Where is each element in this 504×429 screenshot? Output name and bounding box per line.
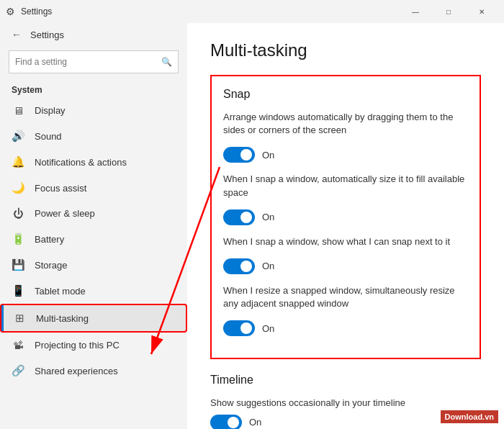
app-container: ← Settings 🔍 System 🖥 Display 🔊 Sound 🔔 … (0, 23, 504, 429)
search-box[interactable]: 🔍 (9, 50, 179, 73)
sidebar-item-label: Multi-tasking (36, 313, 89, 324)
sidebar-item-focus[interactable]: 🌙 Focus assist (0, 175, 187, 201)
sidebar-item-multitasking[interactable]: ⊞ Multi-tasking (0, 304, 187, 333)
sidebar-item-tablet[interactable]: 📱 Tablet mode (0, 278, 187, 304)
page-title: Multi-tasking (210, 40, 481, 60)
snap-toggle-1-label: On (262, 150, 274, 161)
titlebar: ⚙ Settings — □ ✕ (0, 0, 504, 23)
sidebar-item-storage[interactable]: 💾 Storage (0, 252, 187, 278)
titlebar-title: Settings (21, 6, 52, 17)
search-icon: 🔍 (161, 57, 172, 67)
display-icon: 🖥 (12, 104, 24, 117)
power-icon: ⏻ (12, 207, 24, 220)
sidebar-item-sound[interactable]: 🔊 Sound (0, 123, 187, 149)
sidebar-item-shared[interactable]: 🔗 Shared experiences (0, 358, 187, 384)
settings-icon: ⚙ (6, 6, 15, 17)
sidebar-item-label: Tablet mode (35, 286, 86, 297)
battery-icon: 🔋 (12, 232, 24, 245)
multitasking-icon: ⊞ (13, 312, 26, 325)
sidebar-item-battery[interactable]: 🔋 Battery (0, 226, 187, 252)
snap-setting-3: When I snap a window, show what I can sn… (223, 235, 468, 248)
timeline-setting-text: Show suggestions occasionally in your ti… (210, 397, 481, 410)
content-area: Multi-tasking Snap Arrange windows autom… (187, 23, 504, 429)
sidebar-item-display[interactable]: 🖥 Display (0, 98, 187, 123)
watermark: Download.vn (441, 410, 498, 423)
sidebar-item-label: Sound (35, 131, 62, 142)
snap-toggle-4[interactable] (223, 320, 255, 336)
snap-toggle-2-thumb (240, 212, 252, 223)
sidebar-item-notifications[interactable]: 🔔 Notifications & actions (0, 149, 187, 175)
sidebar-item-projecting[interactable]: 📽 Projecting to this PC (0, 333, 187, 358)
snap-toggle-3-label: On (262, 261, 274, 271)
timeline-section-title: Timeline (210, 374, 481, 387)
tablet-icon: 📱 (12, 284, 24, 297)
sidebar-item-label: Storage (35, 260, 68, 271)
snap-setting-1: Arrange windows automatically by draggin… (223, 111, 468, 137)
sidebar: ← Settings 🔍 System 🖥 Display 🔊 Sound 🔔 … (0, 23, 187, 429)
snap-toggle-1-track (223, 147, 255, 163)
sidebar-item-label: Projecting to this PC (35, 340, 120, 351)
back-label: Settings (30, 30, 64, 40)
snap-toggle-2-track (223, 209, 255, 225)
sidebar-item-label: Focus assist (35, 183, 86, 194)
back-button[interactable]: ← Settings (0, 23, 187, 46)
maximize-button[interactable]: □ (432, 0, 465, 23)
sidebar-item-power[interactable]: ⏻ Power & sleep (0, 201, 187, 226)
sidebar-item-label: Battery (35, 234, 64, 245)
snap-setting-2: When I snap a window, automatically size… (223, 173, 468, 199)
shared-icon: 🔗 (12, 364, 24, 377)
notifications-icon: 🔔 (12, 155, 24, 168)
app-wrapper: ← Settings 🔍 System 🖥 Display 🔊 Sound 🔔 … (0, 23, 504, 429)
snap-toggle-1-thumb (240, 149, 252, 161)
sidebar-item-label: Power & sleep (35, 208, 95, 219)
snap-section: Snap Arrange windows automatically by dr… (210, 75, 481, 359)
snap-toggle-3-thumb (240, 261, 252, 272)
snap-toggle-1[interactable] (223, 147, 255, 163)
sidebar-item-label: Shared experiences (35, 366, 118, 376)
titlebar-controls: — □ ✕ (399, 0, 498, 23)
system-section-label: System (0, 78, 187, 98)
snap-setting-1-text: Arrange windows automatically by draggin… (223, 111, 468, 137)
snap-toggle-3-row: On (223, 258, 468, 274)
snap-toggle-2-row: On (223, 209, 468, 225)
minimize-button[interactable]: — (399, 0, 432, 23)
timeline-toggle[interactable] (210, 415, 242, 430)
titlebar-left: ⚙ Settings (6, 6, 399, 17)
snap-section-title: Snap (223, 88, 468, 101)
sound-icon: 🔊 (12, 130, 24, 143)
snap-toggle-4-label: On (262, 323, 274, 334)
snap-toggle-4-thumb (240, 322, 252, 334)
close-button[interactable]: ✕ (465, 0, 498, 23)
search-input[interactable] (15, 57, 161, 67)
snap-setting-4: When I resize a snapped window, simultan… (223, 284, 468, 310)
snap-toggle-2-label: On (262, 212, 274, 222)
snap-toggle-3-track (223, 258, 255, 274)
snap-toggle-4-track (223, 320, 255, 336)
snap-toggle-2[interactable] (223, 209, 255, 225)
snap-toggle-3[interactable] (223, 258, 255, 274)
sidebar-item-label: Display (35, 105, 66, 116)
timeline-toggle-label: On (249, 417, 261, 428)
snap-setting-2-text: When I snap a window, automatically size… (223, 173, 468, 199)
timeline-toggle-track (210, 415, 242, 430)
snap-setting-3-text: When I snap a window, show what I can sn… (223, 235, 468, 248)
focus-icon: 🌙 (12, 181, 24, 194)
storage-icon: 💾 (12, 258, 24, 271)
back-arrow-icon: ← (12, 29, 22, 40)
projecting-icon: 📽 (12, 339, 24, 351)
snap-toggle-4-row: On (223, 320, 468, 336)
snap-toggle-1-row: On (223, 147, 468, 163)
timeline-toggle-thumb (228, 417, 239, 428)
snap-setting-4-text: When I resize a snapped window, simultan… (223, 284, 468, 310)
sidebar-item-label: Notifications & actions (35, 157, 127, 168)
